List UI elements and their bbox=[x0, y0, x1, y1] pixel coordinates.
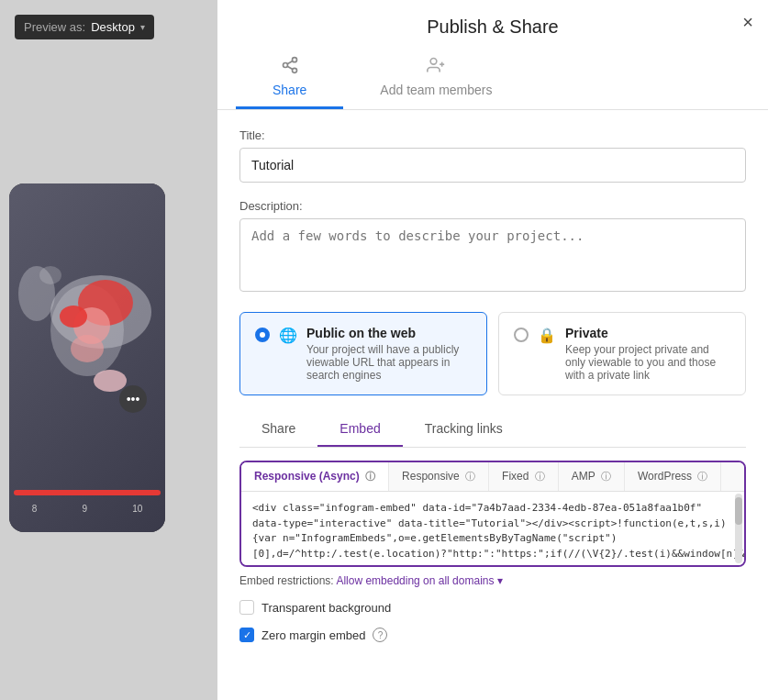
vis-public-text: Public on the web Your project will have… bbox=[306, 326, 472, 382]
transparent-bg-label: Transparent background bbox=[262, 601, 391, 615]
sub-tab-share-label: Share bbox=[262, 421, 295, 436]
person-add-icon bbox=[427, 56, 445, 79]
transparent-bg-row: Transparent background bbox=[239, 600, 746, 615]
embed-sub-tab-wordpress-label: WordPress bbox=[638, 470, 692, 483]
more-options-button[interactable]: ••• bbox=[119, 385, 147, 413]
svg-point-4 bbox=[60, 306, 87, 328]
map-axis: 8 9 10 bbox=[9, 504, 165, 514]
zero-margin-label: Zero margin embed bbox=[262, 628, 365, 642]
help-icon-amp[interactable]: ⓘ bbox=[601, 471, 611, 482]
description-label: Description: bbox=[239, 199, 746, 213]
description-field-group: Description: bbox=[239, 199, 746, 295]
radio-public[interactable] bbox=[255, 328, 270, 342]
modal-content: Title: Description: 🌐 Public on the web … bbox=[217, 110, 768, 700]
title-input[interactable] bbox=[239, 148, 746, 183]
title-field-group: Title: bbox=[239, 128, 746, 183]
sub-tab-tracking[interactable]: Tracking links bbox=[403, 412, 525, 447]
axis-label-8: 8 bbox=[32, 504, 38, 514]
embed-sub-tab-responsive-async[interactable]: Responsive (Async) ⓘ bbox=[241, 462, 389, 491]
visibility-public[interactable]: 🌐 Public on the web Your project will ha… bbox=[239, 312, 487, 395]
embed-restrictions: Embed restrictions: Allow embedding on a… bbox=[239, 574, 746, 587]
more-dots-icon: ••• bbox=[127, 392, 140, 406]
sub-tabs: Share Embed Tracking links bbox=[239, 412, 746, 448]
sub-tab-embed-label: Embed bbox=[339, 421, 380, 436]
close-button[interactable]: × bbox=[742, 13, 753, 31]
svg-line-12 bbox=[287, 66, 293, 69]
visibility-private[interactable]: 🔒 Private Keep your project private and … bbox=[498, 312, 746, 395]
tab-share-label: Share bbox=[273, 83, 306, 97]
preview-dropdown[interactable]: Preview as: Desktop ▾ bbox=[15, 15, 154, 39]
zero-margin-checkbox[interactable] bbox=[239, 628, 254, 642]
embed-code-scrollbar-thumb bbox=[735, 497, 742, 525]
sub-tab-share[interactable]: Share bbox=[239, 412, 317, 447]
map-preview: ••• 8 9 10 bbox=[9, 183, 165, 532]
left-panel: Preview as: Desktop ▾ ••• bbox=[0, 0, 217, 700]
svg-point-9 bbox=[292, 58, 296, 62]
embed-sub-tab-responsive-label: Responsive bbox=[402, 470, 460, 483]
chevron-down-icon: ▾ bbox=[140, 22, 145, 32]
tab-add-team-label: Add team members bbox=[380, 83, 492, 97]
map-background: ••• bbox=[9, 183, 165, 532]
title-label: Title: bbox=[239, 128, 746, 142]
vis-private-title: Private bbox=[565, 326, 730, 340]
vis-private-desc: Keep your project private and only viewa… bbox=[565, 343, 730, 382]
preview-label: Preview as: bbox=[24, 20, 85, 34]
embed-sub-tabs: Responsive (Async) ⓘ Responsive ⓘ Fixed … bbox=[241, 462, 744, 492]
embed-code-text: <div class="infogram-embed" data-id="7a4… bbox=[252, 502, 744, 560]
lock-icon: 🔒 bbox=[538, 327, 556, 344]
embed-sub-tab-fixed-label: Fixed bbox=[502, 470, 529, 483]
svg-point-8 bbox=[39, 266, 61, 284]
embed-box: Responsive (Async) ⓘ Responsive ⓘ Fixed … bbox=[239, 461, 746, 567]
embed-restrictions-link[interactable]: Allow embedding on all domains ▾ bbox=[336, 574, 502, 587]
svg-point-6 bbox=[94, 370, 127, 392]
svg-point-14 bbox=[431, 59, 438, 65]
svg-line-13 bbox=[287, 61, 293, 63]
description-input[interactable] bbox=[239, 218, 746, 292]
map-progress-bar bbox=[14, 490, 161, 495]
embed-sub-tab-wordpress[interactable]: WordPress ⓘ bbox=[625, 462, 721, 491]
modal-header: Publish & Share × bbox=[217, 0, 768, 47]
tab-add-team[interactable]: Add team members bbox=[343, 47, 529, 109]
vis-public-desc: Your project will have a publicly viewab… bbox=[306, 343, 472, 382]
help-icon-responsive[interactable]: ⓘ bbox=[465, 471, 475, 482]
axis-label-10: 10 bbox=[132, 504, 142, 514]
embed-sub-tab-responsive[interactable]: Responsive ⓘ bbox=[389, 462, 489, 491]
embed-restrictions-chevron: ▾ bbox=[497, 574, 503, 587]
sub-tab-tracking-label: Tracking links bbox=[425, 421, 503, 436]
globe-icon: 🌐 bbox=[279, 327, 297, 344]
help-icon-responsive-async[interactable]: ⓘ bbox=[365, 471, 375, 482]
embed-sub-tab-fixed[interactable]: Fixed ⓘ bbox=[489, 462, 559, 491]
zero-margin-row: Zero margin embed ? bbox=[239, 628, 746, 642]
embed-restrictions-link-text: Allow embedding on all domains bbox=[336, 574, 494, 587]
visibility-options: 🌐 Public on the web Your project will ha… bbox=[239, 312, 746, 395]
axis-label-9: 9 bbox=[82, 504, 87, 514]
vis-public-title: Public on the web bbox=[306, 326, 472, 340]
embed-sub-tab-amp-label: AMP bbox=[572, 470, 595, 483]
tab-share[interactable]: Share bbox=[236, 47, 343, 109]
embed-code-area: <div class="infogram-embed" data-id="7a4… bbox=[241, 492, 744, 565]
share-icon bbox=[281, 56, 299, 79]
svg-point-11 bbox=[292, 68, 296, 72]
zero-margin-help-icon[interactable]: ? bbox=[373, 628, 387, 642]
preview-value: Desktop bbox=[91, 20, 135, 34]
help-icon-wordpress[interactable]: ⓘ bbox=[697, 471, 707, 482]
modal-title: Publish & Share bbox=[427, 17, 558, 38]
svg-point-5 bbox=[71, 335, 104, 362]
publish-share-modal: Publish & Share × Share bbox=[217, 0, 768, 700]
embed-sub-tab-amp[interactable]: AMP ⓘ bbox=[559, 462, 625, 491]
main-tabs: Share Add team members bbox=[217, 47, 768, 110]
svg-point-10 bbox=[283, 63, 287, 68]
help-icon-fixed[interactable]: ⓘ bbox=[535, 471, 545, 482]
sub-tab-embed[interactable]: Embed bbox=[317, 412, 402, 447]
vis-private-text: Private Keep your project private and on… bbox=[565, 326, 730, 382]
transparent-bg-checkbox[interactable] bbox=[239, 600, 254, 615]
embed-restrictions-label: Embed restrictions: bbox=[239, 574, 334, 587]
embed-code-scrollbar[interactable] bbox=[735, 494, 742, 563]
radio-private[interactable] bbox=[514, 328, 529, 342]
embed-sub-tab-responsive-async-label: Responsive (Async) bbox=[254, 470, 360, 483]
